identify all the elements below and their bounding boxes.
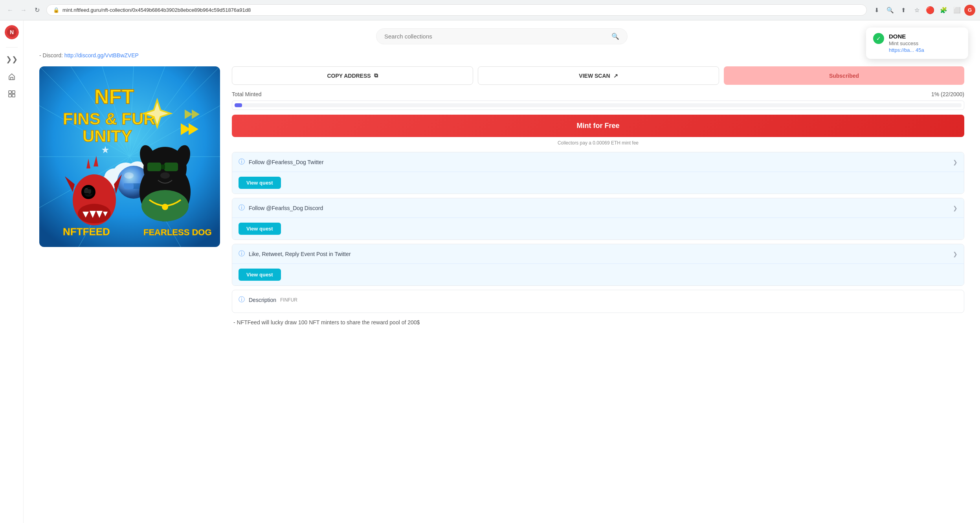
browser-actions: ⬇ 🔍 ⬆ ☆ 🔴 🧩 ⬜ G: [871, 4, 975, 16]
url-text: mint.nftfeed.guru/nft-collection/0x4549b…: [62, 7, 860, 13]
progress-bar-track: [235, 103, 962, 107]
svg-rect-47: [84, 189, 91, 193]
quest-item-3: ⓘ Like, Retweet, Reply Event Post in Twi…: [232, 244, 964, 286]
toast-success-icon: ✓: [873, 33, 884, 44]
discord-link-row: - Discord: http://discord.gg/VvtBBwZVEP: [39, 52, 964, 59]
collection-layout: NFT FINS & FUR UNITY: [39, 66, 964, 326]
share-button[interactable]: ⬆: [897, 4, 909, 16]
quest-info-icon-3: ⓘ: [239, 250, 245, 258]
reward-text: - NFTFeed will lucky draw 100 NFT minter…: [232, 319, 964, 326]
nft-image: NFT FINS & FUR UNITY: [39, 66, 220, 247]
quest-info-icon-2: ⓘ: [239, 204, 245, 212]
nav-buttons: ← → ↻: [5, 5, 42, 16]
toast-title: DONE: [889, 33, 961, 40]
sidebar-grid-button[interactable]: [5, 87, 19, 101]
progress-bar-fill: [235, 103, 242, 107]
svg-text:UNITY: UNITY: [83, 127, 132, 145]
extension-icon-2[interactable]: 🧩: [938, 4, 949, 16]
quest-body-1: View quest: [232, 172, 964, 194]
description-section: ⓘ Description FINFUR: [232, 290, 964, 313]
forward-button[interactable]: →: [18, 5, 29, 16]
quest-item-1: ⓘ Follow @Fearless_Dog Twitter ❯ View qu…: [232, 152, 964, 194]
quest-header-2[interactable]: ⓘ Follow @Fearlss_Dog Discord ❯: [232, 198, 964, 218]
right-panel: COPY ADDRESS ⧉ VIEW SCAN ↗ Subscribed To…: [232, 66, 964, 326]
svg-point-54: [162, 204, 168, 210]
svg-text:NFT: NFT: [94, 85, 134, 108]
quest-body-2: View quest: [232, 218, 964, 240]
copy-address-label: COPY ADDRESS: [327, 73, 371, 79]
extension-icon-1[interactable]: 🔴: [924, 4, 936, 16]
quest-title-2: Follow @Fearlss_Dog Discord: [249, 205, 323, 211]
discord-link[interactable]: http://discord.gg/VvtBBwZVEP: [64, 52, 139, 59]
reload-button[interactable]: ↻: [31, 5, 42, 16]
search-icon: 🔍: [611, 33, 619, 40]
progress-section: Total Minted 1% (22/2000): [232, 91, 964, 110]
view-quest-button-3[interactable]: View quest: [239, 269, 281, 281]
svg-rect-35: [124, 183, 134, 189]
browser-chrome: ← → ↻ 🔒 mint.nftfeed.guru/nft-collection…: [0, 0, 980, 20]
svg-text:N: N: [9, 29, 13, 35]
toast-content: DONE Mint success https://ba... 45a: [889, 33, 961, 53]
sidebar-home-button[interactable]: [5, 69, 19, 84]
toast-subtitle: Mint success: [889, 40, 961, 46]
quest-header-left-1: ⓘ Follow @Fearless_Dog Twitter: [239, 158, 324, 166]
view-scan-button[interactable]: VIEW SCAN ↗: [478, 66, 719, 85]
lock-icon: 🔒: [53, 7, 59, 13]
page-header: 🔍: [39, 28, 964, 44]
profile-button[interactable]: G: [964, 5, 975, 16]
svg-text:FINS & FUR: FINS & FUR: [63, 110, 156, 128]
quest-chevron-1: ❯: [953, 159, 958, 165]
svg-point-33: [124, 172, 134, 179]
search-bar-container[interactable]: 🔍: [376, 28, 628, 44]
copy-address-button[interactable]: COPY ADDRESS ⧉: [232, 66, 473, 85]
sidebar-expand-button[interactable]: ❯❯: [5, 52, 19, 66]
toast-link[interactable]: https://ba... 45a: [889, 47, 924, 53]
quest-header-1[interactable]: ⓘ Follow @Fearless_Dog Twitter ❯: [232, 152, 964, 172]
progress-header: Total Minted 1% (22/2000): [232, 91, 964, 97]
search-button[interactable]: 🔍: [884, 4, 896, 16]
back-button[interactable]: ←: [5, 5, 16, 16]
search-input[interactable]: [384, 33, 607, 40]
description-header: ⓘ Description FINFUR: [239, 296, 958, 304]
svg-rect-6: [12, 94, 15, 97]
mint-fee-note: Collectors pay a 0.00069 ETH mint fee: [232, 140, 964, 146]
sidebar-divider: [6, 47, 18, 48]
progress-bar-container: [232, 101, 964, 110]
sidebar: N ❯❯: [0, 20, 24, 523]
subscribed-button[interactable]: Subscribed: [724, 66, 964, 85]
app-container: N ❯❯ 🔍: [0, 20, 980, 523]
quest-info-icon-1: ⓘ: [239, 158, 245, 166]
quest-header-left-3: ⓘ Like, Retweet, Reply Event Post in Twi…: [239, 250, 351, 258]
view-quest-button-2[interactable]: View quest: [239, 223, 281, 235]
quest-chevron-3: ❯: [953, 251, 958, 257]
quest-title-1: Follow @Fearless_Dog Twitter: [249, 159, 324, 165]
svg-rect-5: [9, 94, 11, 97]
action-buttons-row: COPY ADDRESS ⧉ VIEW SCAN ↗ Subscribed: [232, 66, 964, 85]
mint-button-label: Mint for Free: [576, 122, 619, 130]
tablet-button[interactable]: ⬜: [951, 4, 963, 16]
quest-chevron-2: ❯: [953, 205, 958, 211]
svg-text:FEARLESS DOG: FEARLESS DOG: [143, 227, 212, 237]
main-content: 🔍 - Discord: http://discord.gg/VvtBBwZVE…: [24, 20, 980, 523]
desc-title: Description: [249, 297, 276, 303]
quest-title-3: Like, Retweet, Reply Event Post in Twitt…: [249, 251, 351, 257]
svg-rect-4: [12, 91, 15, 93]
copy-icon: ⧉: [374, 72, 378, 79]
quest-item-2: ⓘ Follow @Fearlss_Dog Discord ❯ View que…: [232, 198, 964, 240]
progress-label: Total Minted: [232, 91, 261, 97]
download-button[interactable]: ⬇: [871, 4, 883, 16]
view-quest-button-1[interactable]: View quest: [239, 177, 281, 189]
mint-for-free-button[interactable]: Mint for Free: [232, 115, 964, 137]
bookmark-button[interactable]: ☆: [911, 4, 923, 16]
svg-rect-59: [164, 163, 178, 171]
address-bar[interactable]: 🔒 mint.nftfeed.guru/nft-collection/0x454…: [46, 4, 867, 16]
view-scan-label: VIEW SCAN: [579, 73, 610, 79]
quest-header-3[interactable]: ⓘ Like, Retweet, Reply Event Post in Twi…: [232, 244, 964, 263]
quest-header-left-2: ⓘ Follow @Fearlss_Dog Discord: [239, 204, 323, 212]
svg-rect-58: [147, 163, 161, 171]
progress-value: 1% (22/2000): [931, 91, 964, 97]
discord-prefix: - Discord:: [39, 52, 64, 59]
svg-text:NFTFEED: NFTFEED: [63, 226, 110, 238]
app-logo[interactable]: N: [5, 25, 19, 39]
desc-badge: FINFUR: [280, 297, 297, 303]
